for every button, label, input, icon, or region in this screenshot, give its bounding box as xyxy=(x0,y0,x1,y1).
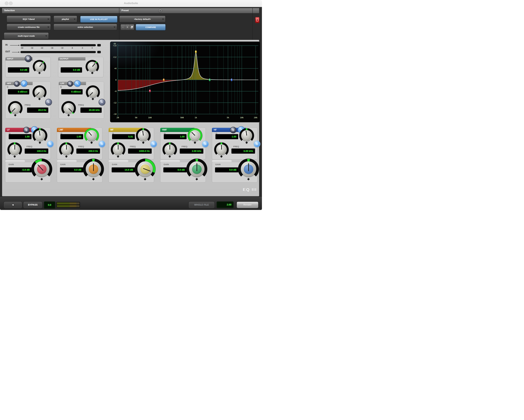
hmf-freq-display[interactable]: 2.00 kHz xyxy=(180,149,203,154)
lowpass-curve-icon xyxy=(76,82,79,85)
output-gain-knob[interactable] xyxy=(86,60,99,73)
selection-header-label: Selection xyxy=(4,9,15,12)
input-gain-display[interactable]: 0.0 dB xyxy=(8,67,29,73)
lmf-freq-knob[interactable] xyxy=(59,142,74,157)
lpf-q-display[interactable]: 6 dB/oct xyxy=(61,89,83,94)
preset-menu-arrow-button[interactable]: ▼ xyxy=(158,9,162,13)
mf-gain-label: GAIN xyxy=(112,163,117,166)
phase-invert-button[interactable]: Ø xyxy=(25,55,32,62)
hmf-gain-display[interactable]: 0.0 dB xyxy=(163,167,187,172)
file-mode-dropdown[interactable]: create continuous file xyxy=(7,24,51,30)
lf-q-display[interactable]: 1.00 xyxy=(9,134,32,139)
in-meter-dot xyxy=(18,45,19,46)
mf-gain-display[interactable]: 14.8 dB xyxy=(112,167,135,172)
hf-freq-display[interactable]: 6.00 kHz xyxy=(231,149,255,154)
hf-gain-knob[interactable] xyxy=(238,159,259,180)
lmf-gain-display[interactable]: 0.0 dB xyxy=(60,167,83,172)
lpf-in-button[interactable]: IN xyxy=(99,99,105,106)
hmf-gain-label: GAIN xyxy=(164,163,169,166)
compare-button[interactable]: COMPARE xyxy=(136,24,166,31)
hpf-q-knob[interactable] xyxy=(33,85,46,99)
meter-scale-tick: -60 xyxy=(18,47,26,49)
hf-q-knob[interactable] xyxy=(239,128,254,143)
hmf-q-knob[interactable] xyxy=(188,128,202,143)
selection-mode-label: entire selection xyxy=(78,26,93,28)
preset-copy-button[interactable] xyxy=(130,24,134,30)
render-button[interactable]: Render xyxy=(237,202,258,208)
lf-gain-knob[interactable] xyxy=(31,159,52,180)
hpf-q-label: Q xyxy=(7,86,9,88)
output-gain-display[interactable]: 0.0 dB xyxy=(61,67,82,73)
preset-header-label: Preset xyxy=(122,9,129,12)
selection-mode-dropdown[interactable]: entire selection xyxy=(54,24,117,30)
lf-peak-shape-button[interactable] xyxy=(23,127,30,133)
mf-freq-knob[interactable] xyxy=(111,142,125,157)
lpf-freq-display[interactable]: 20.00 kHz xyxy=(80,108,102,113)
mf-q-display[interactable]: 5.31 xyxy=(112,134,135,139)
compare-label: COMPARE xyxy=(145,26,156,28)
window-title: AudioSuite xyxy=(0,2,262,5)
selection-header: Selection xyxy=(2,8,119,13)
preview-button[interactable] xyxy=(4,202,22,208)
hpf-shape-button[interactable] xyxy=(21,80,27,87)
playlist-selector-dropdown[interactable]: playlist xyxy=(54,16,77,22)
preset-minus-button[interactable]: - xyxy=(121,24,125,30)
hmf-in-button[interactable]: IN xyxy=(202,141,209,147)
plugin-active-button[interactable] xyxy=(255,17,259,23)
chevron-down-icon: ▼ xyxy=(159,10,161,12)
whole-file-button[interactable]: WHOLE FILE xyxy=(189,202,214,208)
hmf-q-display[interactable]: 1.00 xyxy=(164,134,187,139)
use-in-playlist-label: USE IN PLAYLIST xyxy=(90,18,108,20)
lmf-q-display[interactable]: 1.00 xyxy=(60,134,83,139)
hf-q-display[interactable]: 1.00 xyxy=(215,134,238,139)
lf-freq-display[interactable]: 100.0 Hz xyxy=(25,149,48,154)
hf-gain-display[interactable]: 0.0 dB xyxy=(215,167,238,172)
input-mode-dropdown[interactable]: multi-input mode xyxy=(4,33,49,39)
hpf-notch-shape-button[interactable] xyxy=(14,81,20,87)
preset-name-dropdown[interactable]: <factory default> xyxy=(119,16,166,22)
input-gain-knob[interactable] xyxy=(33,60,46,73)
speaker-icon xyxy=(11,203,15,207)
lmf-gain-knob[interactable] xyxy=(83,159,104,180)
use-in-playlist-button[interactable]: USE IN PLAYLIST xyxy=(80,16,118,23)
hpf-q-display[interactable]: 6 dB/oct xyxy=(8,89,29,94)
hpf-freq-display[interactable]: 20.0 Hz xyxy=(27,108,48,113)
eq-curve-graph: dB+18+12+60-6-12-1820501005001k5k10k20k xyxy=(110,42,260,122)
plugin-selector-dropdown[interactable]: EQ3 7-Band xyxy=(7,16,51,22)
meter-scale-tick: -10 xyxy=(59,47,66,49)
hf-freq-knob[interactable] xyxy=(214,142,229,157)
input-clip-led[interactable] xyxy=(97,44,101,46)
meter-scale-tick: -16 xyxy=(48,47,55,49)
hf-gain-label: GAIN xyxy=(215,163,221,166)
mf-in-button[interactable]: IN xyxy=(150,141,157,147)
hmf-freq-knob[interactable] xyxy=(163,142,177,157)
mf-q-knob[interactable] xyxy=(136,128,151,143)
preview-meter xyxy=(56,202,80,208)
lf-q-knob[interactable] xyxy=(33,128,47,143)
lf-freq-knob[interactable] xyxy=(8,142,22,157)
hmf-gain-knob[interactable] xyxy=(186,159,207,180)
handle-length-display[interactable]: 2.00 xyxy=(217,202,233,208)
lpf-notch-shape-button[interactable] xyxy=(67,81,73,87)
hf-in-button[interactable]: IN xyxy=(254,141,260,147)
monitor-volume-display[interactable]: 0.0 xyxy=(44,202,55,208)
output-clip-led[interactable] xyxy=(97,51,101,53)
preset-header: Preset xyxy=(119,8,253,13)
hpf-in-button[interactable]: IN xyxy=(45,99,52,106)
lmf-q-knob[interactable] xyxy=(84,128,99,143)
lpf-q-knob[interactable] xyxy=(86,85,100,99)
highpass-curve-icon xyxy=(23,82,26,85)
mf-gain-knob[interactable] xyxy=(135,159,156,180)
lf-in-button[interactable]: IN xyxy=(47,141,54,147)
mf-freq-display[interactable]: 1000.0 Hz xyxy=(128,149,152,154)
notch-icon xyxy=(16,83,18,85)
hpf-freq-knob[interactable] xyxy=(8,101,23,116)
lpf-freq-label: FREQ xyxy=(78,104,84,106)
hf-peak-shape-button[interactable] xyxy=(230,127,236,133)
bypass-button[interactable]: BYPASS xyxy=(24,202,42,208)
lpf-freq-knob[interactable] xyxy=(61,101,76,116)
lmf-freq-display[interactable]: 200.0 Hz xyxy=(76,149,100,154)
lmf-in-button[interactable]: IN xyxy=(99,141,105,147)
preset-plus-button[interactable]: + xyxy=(125,24,130,30)
lpf-shape-button[interactable] xyxy=(74,80,81,87)
